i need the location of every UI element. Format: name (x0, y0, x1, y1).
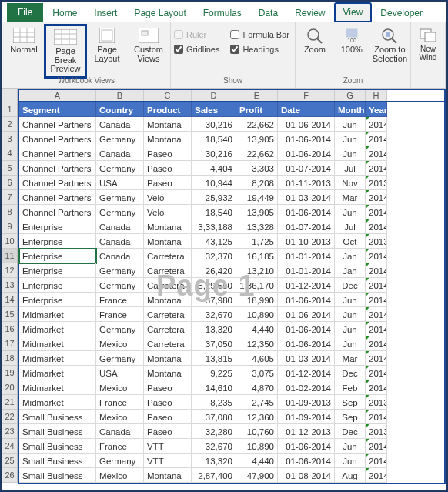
cell[interactable]: 01-01-2014 (278, 263, 335, 278)
cell[interactable]: Nov (335, 176, 366, 190)
cell[interactable]: 10,944 (192, 176, 236, 190)
cell[interactable]: Montana (144, 234, 192, 249)
cell[interactable]: Jan (335, 249, 366, 263)
formula-bar-checkbox[interactable]: Formula Bar (230, 28, 289, 41)
cell[interactable]: Carretera (144, 307, 192, 322)
cell[interactable]: 30,216 (192, 146, 236, 161)
cell[interactable]: Midmarket (19, 351, 96, 366)
page-break-preview-button[interactable]: Page Break Preview (47, 27, 84, 75)
cell[interactable]: Enterprise (19, 263, 96, 278)
cell[interactable]: Canada (96, 146, 144, 161)
cell[interactable]: 2014 (366, 322, 387, 336)
cell[interactable]: 2014 (366, 410, 387, 424)
cell[interactable]: Mar (335, 190, 366, 205)
cell[interactable]: 01-06-2014 (278, 132, 335, 146)
cell[interactable]: Jun (335, 117, 366, 132)
cell[interactable]: Paseo (144, 176, 192, 190)
cell[interactable]: 4,605 (236, 351, 278, 366)
row-header[interactable]: 23 (2, 424, 18, 439)
cell[interactable]: 2014 (366, 336, 387, 351)
cell[interactable]: Midmarket (19, 380, 96, 395)
headings-checkbox[interactable]: Headings (230, 43, 289, 55)
col-header-H[interactable]: H (366, 90, 387, 101)
cell[interactable]: 2014 (366, 117, 387, 132)
cell[interactable]: 25,932 (192, 190, 236, 205)
cell[interactable]: Small Business (19, 454, 96, 468)
cell[interactable]: 01-09-2014 (278, 410, 335, 424)
row-header[interactable]: 25 (2, 454, 18, 468)
cell[interactable]: 32,280 (192, 424, 236, 439)
worksheet-grid[interactable]: SegmentCountryProductSalesProfitDateMont… (18, 102, 446, 484)
cell[interactable]: Midmarket (19, 307, 96, 322)
ruler-checkbox[interactable]: Ruler (174, 28, 219, 41)
cell[interactable]: Dec (335, 366, 366, 380)
cell[interactable]: 2014 (366, 161, 387, 176)
row-header[interactable]: 16 (2, 322, 18, 336)
cell[interactable]: 12,360 (236, 410, 278, 424)
cell[interactable]: 18,540 (192, 132, 236, 146)
header-cell[interactable]: Date (278, 102, 335, 117)
cell[interactable]: Midmarket (19, 322, 96, 336)
header-cell[interactable]: Year (366, 102, 387, 117)
row-header[interactable]: 17 (2, 336, 18, 351)
cell[interactable]: 01-06-2014 (278, 336, 335, 351)
cell[interactable]: 2,87,400 (192, 468, 236, 483)
cell[interactable]: Paseo (144, 146, 192, 161)
cell[interactable]: Jun (335, 454, 366, 468)
cell[interactable]: Paseo (144, 424, 192, 439)
cell[interactable]: 01-12-2013 (278, 424, 335, 439)
cell[interactable]: 10,890 (236, 439, 278, 454)
cell[interactable]: 3,303 (236, 161, 278, 176)
cell[interactable]: Montana (144, 219, 192, 234)
cell[interactable]: Germany (96, 351, 144, 366)
cell[interactable]: France (96, 307, 144, 322)
cell[interactable]: 37,050 (192, 336, 236, 351)
cell[interactable]: France (96, 395, 144, 410)
cell[interactable]: 19,449 (236, 190, 278, 205)
cell[interactable]: Enterprise (19, 293, 96, 307)
cell[interactable]: 2014 (366, 249, 387, 263)
cell[interactable]: 32,670 (192, 307, 236, 322)
cell[interactable]: Germany (96, 263, 144, 278)
normal-view-button[interactable]: Normal (5, 27, 42, 55)
cell[interactable]: 2014 (366, 146, 387, 161)
cell[interactable]: 2014 (366, 380, 387, 395)
cell[interactable]: 01-06-2014 (278, 307, 335, 322)
cell[interactable]: 37,980 (192, 293, 236, 307)
cell[interactable]: Jan (335, 263, 366, 278)
zoom-button[interactable]: Zoom (299, 27, 331, 55)
cell[interactable]: Small Business (19, 424, 96, 439)
row-header[interactable]: 3 (2, 132, 18, 146)
cell[interactable]: Enterprise (19, 219, 96, 234)
cell[interactable]: 2014 (366, 293, 387, 307)
cell[interactable]: Jun (335, 336, 366, 351)
cell[interactable]: Oct (335, 234, 366, 249)
cell[interactable]: 32,370 (192, 249, 236, 263)
page-layout-button[interactable]: Page Layout (89, 27, 125, 63)
col-header-D[interactable]: D (192, 90, 236, 101)
col-header-F[interactable]: F (278, 90, 335, 101)
row-header[interactable]: 9 (2, 219, 18, 234)
row-header[interactable]: 11 (2, 249, 18, 263)
cell[interactable]: Midmarket (19, 336, 96, 351)
cell[interactable]: Velo (144, 190, 192, 205)
cell[interactable]: Jul (335, 161, 366, 176)
cell[interactable]: 13,210 (236, 263, 278, 278)
cell[interactable]: 13,328 (236, 219, 278, 234)
tab-file[interactable]: File (7, 3, 43, 22)
cell[interactable]: 2014 (366, 278, 387, 293)
cell[interactable]: Channel Partners (19, 132, 96, 146)
cell[interactable]: 2014 (366, 439, 387, 454)
cell[interactable]: Channel Partners (19, 146, 96, 161)
tab-page-layout[interactable]: Page Layout (126, 5, 193, 22)
cell[interactable]: Channel Partners (19, 117, 96, 132)
cell[interactable]: Channel Partners (19, 161, 96, 176)
gridlines-checkbox[interactable]: Gridlines (174, 43, 219, 55)
tab-insert[interactable]: Insert (86, 5, 125, 22)
cell[interactable]: USA (96, 176, 144, 190)
cell[interactable]: Carretera (144, 278, 192, 293)
cell[interactable]: 01-12-2014 (278, 278, 335, 293)
cell[interactable]: Enterprise (19, 278, 96, 293)
cell[interactable]: Midmarket (19, 395, 96, 410)
col-header-B[interactable]: B (96, 90, 144, 101)
